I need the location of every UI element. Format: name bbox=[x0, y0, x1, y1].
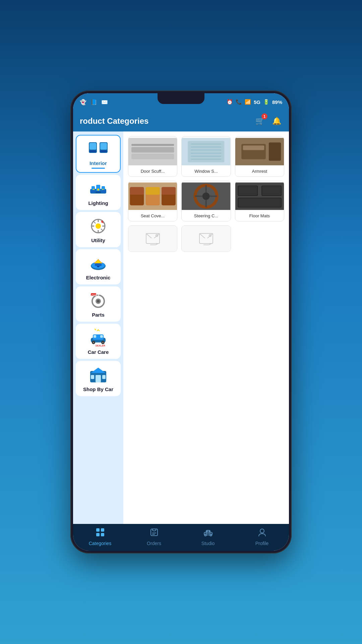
interior-icon bbox=[87, 139, 110, 159]
sidebar: Interior bbox=[73, 131, 123, 524]
product-card-floor-mats[interactable]: Floor Mats bbox=[235, 181, 284, 221]
svg-rect-97 bbox=[101, 528, 104, 532]
studio-label: Studio bbox=[201, 541, 215, 546]
status-left: 👻 📘 ✉️ bbox=[80, 99, 108, 105]
svg-line-22 bbox=[94, 221, 96, 223]
door-scuff-name: Door Scuff... bbox=[128, 167, 177, 176]
seat-neck-image bbox=[182, 226, 230, 252]
svg-rect-4 bbox=[100, 143, 107, 150]
car-care-label: Car Care bbox=[88, 349, 109, 355]
product-card-seat-neck[interactable]: Seat & Ne... bbox=[181, 225, 231, 252]
sidebar-item-electronic[interactable]: Electronic bbox=[76, 249, 121, 284]
svg-text:DEALER: DEALER bbox=[96, 344, 105, 347]
svg-rect-67 bbox=[130, 187, 144, 195]
svg-rect-44 bbox=[96, 375, 101, 382]
header-icons: 🛒 1 🔔 bbox=[254, 115, 282, 127]
main-content: Interior bbox=[73, 131, 289, 524]
svg-rect-49 bbox=[131, 154, 174, 159]
svg-rect-48 bbox=[131, 147, 174, 152]
svg-line-91 bbox=[199, 233, 205, 238]
cart-badge: 1 bbox=[261, 113, 267, 119]
sidebar-item-interior[interactable]: Interior bbox=[76, 135, 121, 173]
bottom-nav: Categories Orders bbox=[73, 524, 289, 551]
product-grid: Door Scuff... bbox=[128, 136, 284, 252]
svg-rect-79 bbox=[238, 186, 257, 195]
parts-icon: CHILE bbox=[87, 290, 110, 311]
car-care-icon: DEALER bbox=[87, 328, 110, 348]
svg-rect-106 bbox=[208, 531, 210, 532]
studio-icon bbox=[203, 528, 213, 539]
svg-rect-35 bbox=[94, 335, 96, 338]
svg-rect-27 bbox=[95, 263, 102, 266]
svg-point-40 bbox=[102, 342, 104, 343]
profile-icon bbox=[257, 528, 267, 539]
product-card-steering[interactable]: Steering C... bbox=[181, 181, 231, 221]
svg-point-72 bbox=[202, 193, 210, 200]
wifi-icon: 📶 bbox=[245, 99, 251, 105]
svg-rect-105 bbox=[206, 531, 208, 532]
gmail-icon: ✉️ bbox=[101, 99, 108, 105]
seat-cover-image bbox=[128, 181, 177, 211]
cart-button[interactable]: 🛒 1 bbox=[254, 115, 265, 127]
svg-marker-43 bbox=[91, 368, 106, 373]
svg-point-14 bbox=[90, 190, 96, 193]
product-card-dashboard[interactable]: Dashboar... bbox=[128, 225, 177, 252]
nav-item-categories[interactable]: Categories bbox=[83, 528, 117, 546]
page-title: roduct Categories bbox=[80, 116, 148, 126]
sidebar-item-car-care[interactable]: DEALER Car Care bbox=[76, 324, 121, 359]
sidebar-item-utility[interactable]: Utility bbox=[76, 212, 121, 247]
product-card-seat-cover[interactable]: Seat Cove... bbox=[128, 181, 177, 221]
nav-item-profile[interactable]: Profile bbox=[245, 528, 279, 546]
electronic-label: Electronic bbox=[86, 275, 111, 280]
armrest-image bbox=[235, 137, 284, 167]
svg-rect-68 bbox=[146, 187, 160, 195]
product-card-window-sun[interactable]: Window S... bbox=[181, 136, 231, 177]
facebook-icon: 📘 bbox=[90, 99, 97, 105]
sidebar-item-shop-by-car[interactable]: Shop By Car bbox=[76, 361, 121, 396]
shop-by-car-icon bbox=[87, 365, 110, 385]
sidebar-item-lighting[interactable]: Lighting bbox=[76, 175, 121, 210]
svg-rect-1 bbox=[89, 143, 96, 150]
categories-icon bbox=[96, 528, 105, 539]
svg-rect-36 bbox=[100, 335, 103, 338]
nav-item-orders[interactable]: Orders bbox=[137, 528, 171, 546]
steering-name: Steering C... bbox=[182, 211, 230, 221]
svg-point-109 bbox=[260, 529, 264, 533]
svg-rect-46 bbox=[102, 375, 106, 379]
utility-label: Utility bbox=[91, 237, 105, 243]
svg-rect-2 bbox=[89, 150, 96, 152]
app-header: roduct Categories 🛒 1 🔔 bbox=[73, 111, 289, 131]
svg-point-17 bbox=[96, 223, 101, 229]
nav-item-studio[interactable]: Studio bbox=[191, 528, 225, 546]
product-area: Door Scuff... bbox=[123, 131, 289, 524]
lighting-label: Lighting bbox=[88, 200, 108, 206]
notch bbox=[158, 93, 204, 104]
electronic-icon bbox=[87, 253, 110, 273]
svg-rect-81 bbox=[262, 186, 281, 195]
armrest-name: Armrest bbox=[235, 167, 284, 176]
svg-rect-98 bbox=[96, 533, 100, 536]
window-sun-image bbox=[182, 137, 230, 167]
floor-mats-image bbox=[235, 181, 284, 211]
product-card-armrest[interactable]: Armrest bbox=[235, 136, 284, 177]
profile-label: Profile bbox=[255, 541, 269, 546]
bell-icon: 🔔 bbox=[272, 117, 281, 125]
product-card-door-scuff[interactable]: Door Scuff... bbox=[128, 136, 177, 177]
svg-rect-83 bbox=[238, 198, 281, 207]
svg-rect-45 bbox=[91, 375, 94, 379]
interior-label: Interior bbox=[89, 160, 107, 166]
svg-line-85 bbox=[146, 233, 152, 238]
active-indicator bbox=[92, 168, 105, 169]
orders-label: Orders bbox=[147, 541, 161, 546]
signal-text: 5G bbox=[254, 99, 260, 105]
dashboard-name: Dashboar... bbox=[128, 252, 177, 252]
sidebar-item-parts[interactable]: CHILE Parts bbox=[76, 286, 121, 322]
lighting-icon bbox=[87, 179, 110, 199]
svg-rect-99 bbox=[101, 533, 104, 536]
call-icon: 📞 bbox=[236, 99, 242, 105]
door-scuff-image bbox=[128, 137, 177, 167]
notification-button[interactable]: 🔔 bbox=[271, 115, 282, 127]
seat-neck-name: Seat & Ne... bbox=[182, 252, 230, 252]
svg-rect-61 bbox=[269, 143, 281, 161]
steering-image bbox=[182, 181, 230, 211]
